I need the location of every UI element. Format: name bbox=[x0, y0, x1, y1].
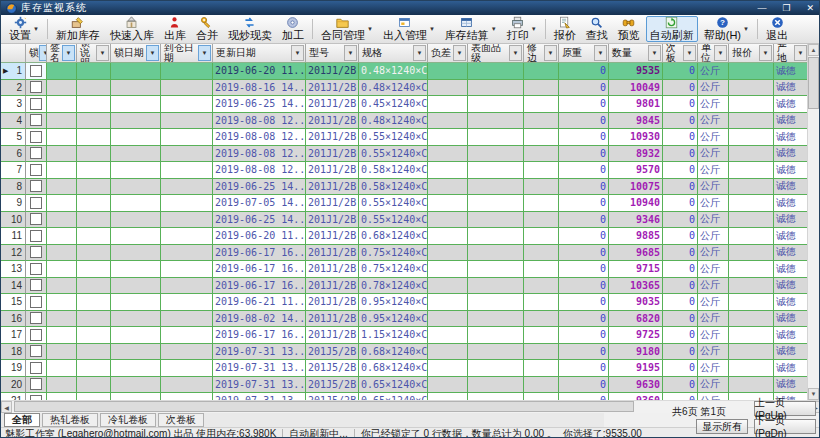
tab-热轧卷板[interactable]: 热轧卷板 bbox=[42, 413, 98, 427]
row-indicator[interactable]: 20 bbox=[1, 377, 26, 394]
filter-dropdown-icon-orig_weight[interactable]: ▼ bbox=[594, 45, 607, 61]
tab-次卷板[interactable]: 次卷板 bbox=[158, 413, 204, 427]
horizontal-scroll-thumb[interactable] bbox=[14, 401, 634, 412]
lock-checkbox[interactable] bbox=[30, 378, 42, 390]
chevron-down-icon[interactable]: ▼ bbox=[531, 26, 537, 32]
row-indicator[interactable]: 10 bbox=[1, 212, 26, 229]
filter-dropdown-icon-qty[interactable]: ▼ bbox=[648, 45, 661, 61]
tab-全部[interactable]: 全部 bbox=[4, 413, 40, 427]
scroll-up-icon[interactable]: ▲ bbox=[808, 44, 819, 56]
row-indicator[interactable]: 5 bbox=[1, 129, 26, 146]
toolbar-button-add-stock[interactable]: 新加库存 bbox=[52, 16, 104, 42]
vertical-scroll-thumb[interactable] bbox=[808, 57, 819, 109]
column-header-lock_date[interactable]: 锁日期▼ bbox=[111, 44, 161, 62]
column-header-lock_desc[interactable]: 锁说明▼ bbox=[77, 44, 111, 62]
column-header-sign[interactable]: 签名▼ bbox=[47, 44, 77, 62]
table-row[interactable]: 172019-06-17 16...201J1/2B1.15×1240×C097… bbox=[1, 327, 809, 344]
row-indicator[interactable]: 11 bbox=[1, 228, 26, 245]
table-row[interactable]: 42019-08-08 12...201J1/2B0.48×1240×C0984… bbox=[1, 113, 809, 130]
vertical-scrollbar[interactable]: ▲ ▼ bbox=[807, 44, 819, 400]
row-indicator[interactable]: 21 bbox=[1, 393, 26, 400]
row-indicator[interactable]: 16 bbox=[1, 311, 26, 328]
filter-dropdown-icon-update_date[interactable]: ▼ bbox=[291, 45, 304, 61]
filter-dropdown-icon-lock_date[interactable]: ▼ bbox=[146, 45, 159, 61]
row-indicator[interactable]: 9 bbox=[1, 195, 26, 212]
table-row[interactable]: 132019-06-17 16...201J1/2B0.75×1240×C097… bbox=[1, 261, 809, 278]
column-header-spec[interactable]: 规格▼ bbox=[359, 44, 428, 62]
table-row[interactable]: 72019-08-08 12...201J1/2B0.58×1240×C0957… bbox=[1, 162, 809, 179]
table-row[interactable]: 92019-07-05 14...201J1/2B0.55×1240×C0109… bbox=[1, 195, 809, 212]
toolbar-button-preview[interactable]: 预览 bbox=[614, 16, 644, 42]
row-indicator[interactable]: 8 bbox=[1, 179, 26, 196]
row-indicator[interactable]: 3 bbox=[1, 96, 26, 113]
row-indicator[interactable]: 15 bbox=[1, 294, 26, 311]
row-indicator[interactable]: 4 bbox=[1, 113, 26, 130]
column-header-lock[interactable]: 锁▼ bbox=[26, 44, 47, 62]
tab-冷轧卷板[interactable]: 冷轧卷板 bbox=[100, 413, 156, 427]
row-indicator[interactable]: 6 bbox=[1, 146, 26, 163]
toolbar-button-inout-mgmt[interactable]: 出入管理▼ bbox=[379, 16, 439, 42]
close-button[interactable]: ✕ bbox=[806, 4, 814, 13]
table-row[interactable]: 122019-06-17 16...201J1/2B0.75×1240×C096… bbox=[1, 245, 809, 262]
filter-dropdown-icon-sign[interactable]: ▼ bbox=[62, 45, 75, 61]
table-row[interactable]: 162019-08-02 14...201J1/2B0.95×1240×C068… bbox=[1, 311, 809, 328]
maximize-button[interactable]: ❐ bbox=[782, 4, 790, 13]
column-header-origin[interactable]: 产地▼ bbox=[774, 44, 809, 62]
row-indicator-header[interactable] bbox=[1, 44, 26, 62]
show-all-button[interactable]: 显示所有 bbox=[696, 419, 748, 434]
table-row[interactable]: ▶12019-06-20 11...201J1/2B0.48×1240×C095… bbox=[1, 63, 809, 80]
toolbar-button-find[interactable]: 查找 bbox=[582, 16, 612, 42]
lock-checkbox[interactable] bbox=[30, 329, 42, 341]
table-row[interactable]: 52019-08-08 12...201J1/2B0.55×1240×C0109… bbox=[1, 129, 809, 146]
chevron-down-icon[interactable]: ▼ bbox=[743, 26, 749, 32]
row-indicator[interactable]: 2 bbox=[1, 80, 26, 97]
lock-checkbox[interactable] bbox=[30, 345, 42, 357]
table-row[interactable]: 182019-07-31 13...201J5/2B0.68×1240×C091… bbox=[1, 344, 809, 361]
column-header-model[interactable]: 型号▼ bbox=[306, 44, 359, 62]
lock-checkbox[interactable] bbox=[30, 114, 42, 126]
lock-checkbox[interactable] bbox=[30, 230, 42, 242]
column-header-quote[interactable]: 报价▼ bbox=[729, 44, 774, 62]
toolbar-button-help[interactable]: ?帮助(H)▼ bbox=[700, 16, 753, 42]
lock-checkbox[interactable] bbox=[30, 180, 42, 192]
lock-checkbox[interactable] bbox=[30, 246, 42, 258]
table-row[interactable]: 212019-07-31 13...201J5/2B0.65×1240×C093… bbox=[1, 393, 809, 400]
table-row[interactable]: 192019-07-31 13...201J5/2B0.68×1240×C091… bbox=[1, 360, 809, 377]
filter-dropdown-icon-surface_grade[interactable]: ▼ bbox=[509, 45, 522, 61]
column-header-trim[interactable]: 修边▼ bbox=[524, 44, 559, 62]
filter-dropdown-icon-neg_diff[interactable]: ▼ bbox=[453, 45, 466, 61]
lock-checkbox[interactable] bbox=[30, 362, 42, 374]
column-header-unit[interactable]: 单位▼ bbox=[698, 44, 729, 62]
lock-checkbox[interactable] bbox=[30, 213, 42, 225]
toolbar-button-stock-out[interactable]: 出库 bbox=[160, 16, 190, 42]
row-indicator[interactable]: 17 bbox=[1, 327, 26, 344]
table-row[interactable]: 142019-06-17 16...201J1/2B0.78×1240×C010… bbox=[1, 278, 809, 295]
filter-dropdown-icon-origin[interactable]: ▼ bbox=[794, 45, 807, 61]
minimize-button[interactable]: — bbox=[757, 4, 766, 13]
table-row[interactable]: 152019-06-21 11...201J1/2B0.95×1240×C090… bbox=[1, 294, 809, 311]
row-indicator[interactable]: 12 bbox=[1, 245, 26, 262]
row-indicator[interactable]: 7 bbox=[1, 162, 26, 179]
toolbar-button-process[interactable]: 加工 bbox=[278, 16, 308, 42]
table-row[interactable]: 22019-08-16 14...201J1/2B0.48×1240×C0100… bbox=[1, 80, 809, 97]
lock-checkbox[interactable] bbox=[30, 197, 42, 209]
row-indicator[interactable]: 14 bbox=[1, 278, 26, 295]
lock-checkbox[interactable] bbox=[30, 164, 42, 176]
column-header-surface_grade[interactable]: 表面品级▼ bbox=[468, 44, 524, 62]
chevron-down-icon[interactable]: ▼ bbox=[429, 26, 435, 32]
row-indicator[interactable]: 13 bbox=[1, 261, 26, 278]
table-row[interactable]: 82019-06-25 14...201J1/2B0.58×1240×C0100… bbox=[1, 179, 809, 196]
toolbar-button-print[interactable]: 打印▼ bbox=[503, 16, 541, 42]
column-header-neg_diff[interactable]: 负差▼ bbox=[428, 44, 468, 62]
lock-checkbox[interactable] bbox=[30, 81, 42, 93]
column-header-update_date[interactable]: 更新日期▼ bbox=[213, 44, 306, 62]
column-header-arrive_date[interactable]: 到仓日期▼ bbox=[161, 44, 213, 62]
column-header-qty[interactable]: 数量▼ bbox=[609, 44, 663, 62]
lock-checkbox[interactable] bbox=[30, 65, 42, 77]
row-indicator[interactable]: ▶1 bbox=[1, 63, 26, 80]
lock-checkbox[interactable] bbox=[30, 98, 42, 110]
lock-checkbox[interactable] bbox=[30, 131, 42, 143]
table-row[interactable]: 32019-06-25 14...201J1/2B0.45×1240×C0980… bbox=[1, 96, 809, 113]
row-indicator[interactable]: 19 bbox=[1, 360, 26, 377]
filter-dropdown-icon-arrive_date[interactable]: ▼ bbox=[198, 45, 211, 61]
